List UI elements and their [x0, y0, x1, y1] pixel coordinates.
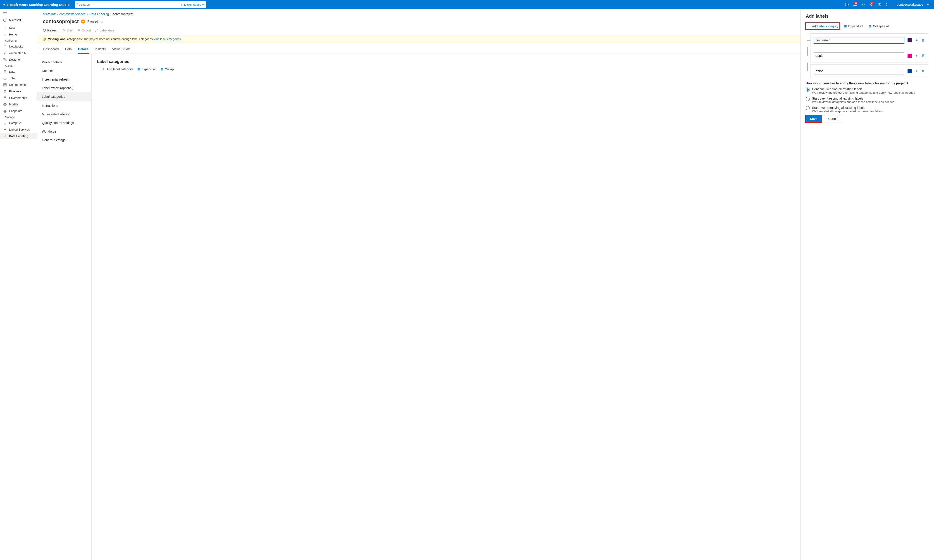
search-box[interactable]: This workspace	[75, 2, 206, 8]
tab-data[interactable]: Data	[65, 46, 72, 54]
breadcrumb-separator-icon: ›	[87, 12, 88, 16]
tab-vision-studio[interactable]: Vision Studio	[112, 46, 131, 54]
home-icon	[3, 33, 7, 36]
tabs: DashboardDataDetailsInsightsVision Studi…	[37, 43, 800, 54]
details-nav-label-categories[interactable]: Label categories	[37, 92, 91, 102]
details-nav-incremental-refresh[interactable]: Incremental refresh	[37, 75, 91, 84]
details-nav-general-settings[interactable]: General Settings	[37, 136, 91, 145]
label-name-input[interactable]	[814, 68, 904, 74]
sidebar-item-endpoints[interactable]: Endpoints	[0, 108, 37, 114]
sidebar-item-jobs[interactable]: Jobs	[0, 75, 37, 82]
expand-icon: ⊞	[844, 25, 847, 28]
radio-option[interactable]: Start over, keeping all existing labels …	[806, 97, 928, 104]
gear-icon[interactable]	[860, 1, 867, 8]
radio-option[interactable]: Start over, removing all existing labels…	[806, 106, 928, 113]
hamburger-button[interactable]	[0, 11, 37, 17]
details-nav-label-export-optional-[interactable]: Label export (optional)	[37, 84, 91, 92]
sidebar-item-new[interactable]: New	[0, 25, 37, 31]
notebook-icon	[3, 45, 7, 48]
save-button[interactable]: Save	[806, 115, 822, 122]
tab-insights[interactable]: Insights	[94, 46, 106, 54]
sidebar-item-compute[interactable]: Compute	[0, 120, 37, 126]
color-swatch[interactable]	[908, 54, 912, 58]
send-icon[interactable]: 14	[868, 1, 875, 8]
search-input[interactable]	[80, 3, 179, 6]
cancel-button[interactable]: Cancel	[824, 115, 843, 122]
favorite-star-icon[interactable]: ☆	[100, 20, 103, 24]
expand-all-button[interactable]: ⊞ Expand all	[137, 67, 156, 71]
send-badge: 14	[870, 2, 874, 5]
sidebar-item-designer[interactable]: Designer	[0, 56, 37, 63]
color-swatch[interactable]	[908, 38, 912, 42]
components-icon	[3, 83, 7, 86]
delete-label-button[interactable]	[922, 54, 925, 57]
command-bar: Refresh Start Export Label data	[37, 27, 800, 35]
breadcrumb-item: contosoproject	[113, 12, 133, 16]
sidebar-item-linked-services[interactable]: Linked Services	[0, 126, 37, 133]
details-nav-instructions[interactable]: Instructions	[37, 102, 91, 110]
svg-rect-24	[83, 21, 84, 22]
details-nav-quality-control-settings[interactable]: Quality control settings	[37, 118, 91, 127]
refresh-icon	[43, 29, 46, 32]
svg-point-13	[4, 70, 6, 71]
help-icon[interactable]	[876, 1, 883, 8]
search-scope[interactable]: This workspace	[179, 3, 204, 6]
collapse-all-button[interactable]: ⊟ Collap	[161, 67, 174, 71]
label-name-input[interactable]	[814, 52, 904, 59]
sidebar-item-data[interactable]: Data	[0, 68, 37, 75]
add-label-categories-link[interactable]: Add label categories.	[154, 37, 182, 41]
add-child-label-button[interactable]: ＋	[915, 38, 919, 43]
refresh-button[interactable]: Refresh	[43, 29, 58, 32]
sidebar-item-automated-ml[interactable]: Automated ML	[0, 50, 37, 56]
export-button[interactable]: Export	[77, 29, 91, 32]
collapse-icon: ⊟	[869, 25, 872, 28]
label-tree: ＋ ＋ ＋	[810, 34, 928, 78]
panel-collapse-all-button[interactable]: ⊟ Collapse all	[868, 23, 891, 29]
radio-icon	[806, 97, 810, 101]
export-icon	[77, 29, 80, 32]
svg-rect-16	[4, 85, 5, 86]
add-child-label-button[interactable]: ＋	[915, 69, 919, 74]
sidebar-item-home[interactable]: Home	[0, 31, 37, 38]
compute-icon	[3, 122, 7, 125]
delete-label-button[interactable]	[922, 39, 925, 42]
label-row: ＋	[810, 49, 928, 62]
svg-point-10	[5, 52, 6, 53]
details-nav-project-details[interactable]: Project details	[37, 58, 91, 66]
bell-icon[interactable]: 23	[851, 1, 859, 8]
sidebar-item-environments[interactable]: Environments	[0, 95, 37, 101]
breadcrumb-item[interactable]: Microsoft	[43, 12, 55, 16]
panel-expand-all-button[interactable]: ⊞ Expand all	[843, 23, 864, 29]
label-name-input[interactable]	[814, 37, 904, 44]
sidebar-item-components[interactable]: Components	[0, 82, 37, 88]
start-button[interactable]: Start	[62, 29, 73, 32]
radio-icon	[806, 106, 810, 110]
details-nav-workforce[interactable]: Workforce	[37, 127, 91, 136]
svg-rect-15	[5, 83, 6, 85]
add-child-label-button[interactable]: ＋	[915, 54, 919, 58]
bell-badge: 23	[854, 2, 858, 5]
label-data-button[interactable]: Label data	[95, 29, 114, 32]
tab-details[interactable]: Details	[78, 46, 89, 54]
sidebar-heading: Authoring	[0, 38, 37, 43]
details-nav-ml-assisted-labeling[interactable]: ML assisted labeling	[37, 110, 91, 118]
sidebar-item-data-labeling[interactable]: Data Labeling	[0, 133, 37, 139]
add-label-category-button[interactable]: ＋ Add label category	[102, 67, 133, 71]
sidebar-item-models[interactable]: Models	[0, 101, 37, 108]
feedback-icon[interactable]	[884, 1, 891, 8]
section-actions: ＋ Add label category ⊞ Expand all ⊟ Coll…	[97, 67, 795, 71]
breadcrumb-item[interactable]: contosoworkspace	[59, 12, 86, 16]
radio-option[interactable]: Continue, keeping all existing labels We…	[806, 87, 928, 94]
breadcrumb-item[interactable]: Data Labeling	[89, 12, 109, 16]
sidebar-item-notebooks[interactable]: Notebooks	[0, 43, 37, 50]
sidebar-item-pipelines[interactable]: Pipelines	[0, 88, 37, 95]
back-link[interactable]: Microsoft	[0, 17, 37, 23]
tab-dashboard[interactable]: Dashboard	[43, 46, 59, 54]
panel-add-label-category-button[interactable]: ＋ Add label category	[806, 23, 840, 29]
workspace-picker[interactable]: contosoworkspace	[895, 3, 931, 6]
clock-icon[interactable]	[843, 1, 851, 8]
color-swatch[interactable]	[908, 69, 912, 73]
delete-label-button[interactable]	[922, 69, 925, 72]
panel-title: Add labels	[806, 14, 928, 19]
details-nav-datasets[interactable]: Datasets	[37, 66, 91, 75]
